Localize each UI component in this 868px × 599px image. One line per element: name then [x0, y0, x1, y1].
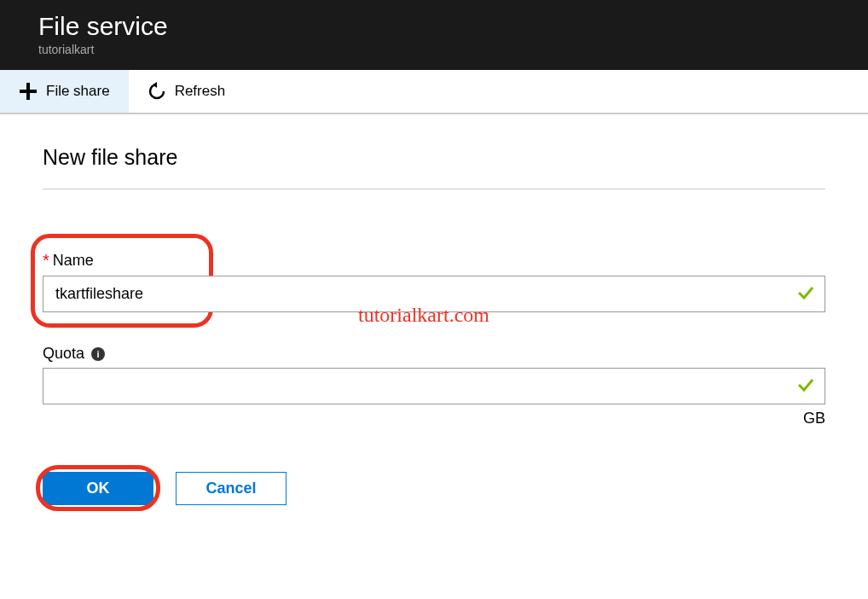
- plus-icon: [19, 82, 38, 101]
- page-subtitle: tutorialkart: [38, 43, 830, 56]
- button-row: OK Cancel: [43, 472, 825, 505]
- refresh-label: Refresh: [175, 83, 226, 100]
- svg-rect-1: [20, 90, 37, 93]
- panel-title: New file share: [43, 145, 825, 189]
- ok-button-wrap: OK: [43, 472, 153, 505]
- toolbar: File share Refresh: [0, 70, 868, 114]
- file-share-label: File share: [46, 83, 110, 100]
- name-label: Name: [53, 252, 94, 270]
- quota-label: Quota: [43, 345, 84, 363]
- quota-field-group: Quota i GB: [43, 345, 825, 427]
- quota-input-wrap: [43, 368, 825, 404]
- checkmark-icon: [796, 283, 815, 305]
- ok-button[interactable]: OK: [43, 472, 153, 505]
- page-title: File service: [38, 12, 830, 41]
- info-icon[interactable]: i: [91, 347, 105, 361]
- quota-label-row: Quota i: [43, 345, 825, 363]
- checkmark-icon: [796, 375, 815, 398]
- quota-input[interactable]: [43, 368, 825, 404]
- name-label-row: * Name: [43, 251, 825, 270]
- refresh-icon: [148, 82, 166, 101]
- file-share-button[interactable]: File share: [0, 70, 129, 113]
- required-star-icon: *: [43, 251, 49, 270]
- quota-unit: GB: [43, 410, 825, 427]
- page-header: File service tutorialkart: [0, 0, 868, 70]
- watermark-text: tutorialkart.com: [358, 304, 489, 327]
- refresh-button[interactable]: Refresh: [129, 70, 245, 113]
- cancel-button[interactable]: Cancel: [176, 472, 286, 505]
